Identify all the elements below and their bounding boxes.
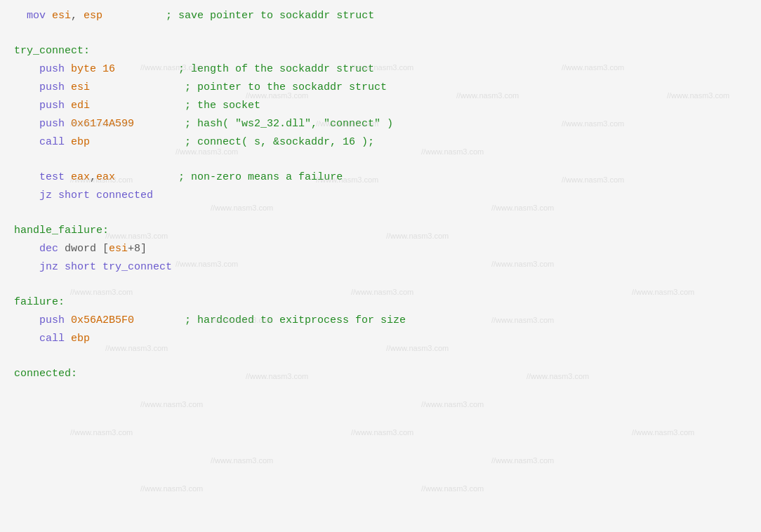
label-line: try_connect: [0,42,761,60]
code-token: ; pointer to the sockaddr struct [90,81,387,93]
code-token: push [39,63,71,75]
code-viewer: //www.nasm3.com//www.nasm3.com//www.nasm… [0,0,761,532]
label-text: connected: [14,368,77,380]
instruction-line: mov esi, esp ; save pointer to sockaddr … [0,7,761,25]
instruction-line: jnz short try_connect [0,258,761,277]
instruction-line: test eax,eax ; non-zero means a failure [0,168,761,187]
code-token: push [39,314,71,326]
instruction-line: dec dword [esi+8] [0,240,761,258]
watermark: //www.nasm3.com [70,428,133,437]
label-text: failure: [14,296,65,308]
watermark: //www.nasm3.com [211,456,273,465]
code-token: esi [109,243,128,255]
code-token: dword [ [65,243,109,255]
code-token: test [39,171,71,183]
code-token: , [90,171,96,183]
label-line: connected: [0,365,761,383]
code-token: ; hash( "ws2_32.dll", "connect" ) [134,118,393,130]
code-token: eax [71,171,90,183]
label-text: handle_failure: [14,225,109,237]
instruction-line: call ebp ; connect( s, &sockaddr, 16 ); [0,133,761,152]
watermark: //www.nasm3.com [491,456,554,465]
code-token: mov [27,10,52,22]
watermark: //www.nasm3.com [140,400,203,408]
code-token: esi [52,10,71,22]
instruction-line: jz short connected [0,187,761,205]
code-token: ; save pointer to sockaddr struct [102,10,374,22]
code-token: push [39,100,71,112]
blank-line [0,205,761,222]
watermark: //www.nasm3.com [140,484,203,493]
code-token: 0x6174A599 [71,118,134,130]
instruction-line: push edi ; the socket [0,97,761,115]
code-token: ; hardcoded to exitprocess for size [134,314,406,326]
instruction-line: push 0x56A2B5F0 ; hardcoded to exitproce… [0,312,761,330]
blank-line [0,348,761,365]
code-token: push [39,81,71,93]
watermark: //www.nasm3.com [421,484,484,493]
code-token: call [39,333,71,345]
instruction-line: push byte 16 ; length of the sockaddr st… [0,60,761,79]
label-text: try_connect: [14,45,90,57]
code-token: esp [84,10,102,22]
watermark: //www.nasm3.com [632,428,694,437]
code-token: ; non-zero means a failure [115,171,343,183]
instruction-line: call ebp [0,330,761,348]
watermark: //www.nasm3.com [421,400,484,408]
blank-line [0,25,761,42]
instruction-line: push 0x6174A599 ; hash( "ws2_32.dll", "c… [0,115,761,133]
label-line: failure: [0,293,761,312]
code-token: esi [71,81,90,93]
instruction-line: push esi ; pointer to the sockaddr struc… [0,79,761,97]
label-line: handle_failure: [0,222,761,240]
code-token: ebp [71,136,90,148]
code-token: ebp [71,333,90,345]
code-token: jz short connected [39,189,153,201]
code-token: jnz short try_connect [39,261,172,273]
code-token: eax [96,171,115,183]
watermark: //www.nasm3.com [351,428,413,437]
blank-line [0,152,761,168]
code-token: ; the socket [90,100,260,112]
code-token: call [39,136,71,148]
code-token: edi [71,100,90,112]
code-token: +8] [128,243,147,255]
blank-line [0,277,761,293]
code-token: , [71,10,84,22]
code-token: 0x56A2B5F0 [71,314,134,326]
code-token: ; connect( s, &sockaddr, 16 ); [90,136,374,148]
code-token: dec [39,243,65,255]
code-token: byte 16 [71,63,115,75]
code-token: push [39,118,71,130]
code-token: ; length of the sockaddr struct [115,63,374,75]
